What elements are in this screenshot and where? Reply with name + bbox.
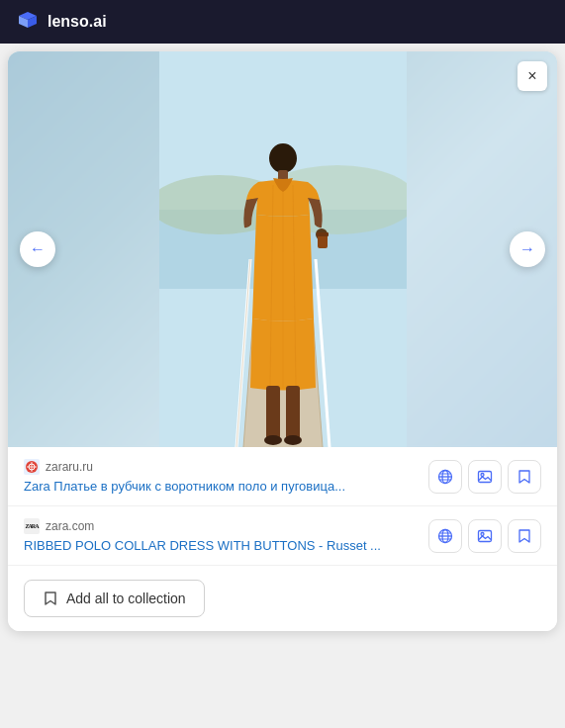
view-image-button[interactable] — [468, 460, 502, 494]
result-title: Zara Платье в рубчик с воротником поло и… — [24, 479, 417, 494]
result-source: zararu.ru — [24, 459, 417, 475]
header: lenso.ai — [0, 0, 565, 44]
result-info: ZARA zara.com RIBBED POLO COLLAR DRESS W… — [24, 518, 417, 553]
svg-rect-14 — [317, 232, 329, 236]
svg-point-21 — [284, 435, 302, 445]
open-website-button-2[interactable] — [428, 519, 462, 553]
svg-rect-22 — [159, 51, 407, 81]
main-panel: × — [8, 51, 557, 631]
logo-icon — [16, 10, 40, 34]
svg-rect-39 — [479, 530, 492, 541]
close-button[interactable]: × — [518, 61, 547, 91]
image-container: ← → — [8, 51, 557, 447]
fashion-image — [159, 51, 407, 447]
image-center — [159, 51, 407, 447]
result-info: zararu.ru Zara Платье в рубчик с воротни… — [24, 459, 417, 494]
svg-rect-32 — [479, 471, 492, 482]
nav-prev-button[interactable]: ← — [20, 231, 55, 267]
add-all-to-collection-button[interactable]: Add all to collection — [24, 580, 205, 617]
save-button-2[interactable] — [508, 519, 541, 553]
result-title: RIBBED POLO COLLAR DRESS WITH BUTTONS - … — [24, 538, 417, 553]
svg-rect-18 — [266, 386, 280, 440]
footer-section: Add all to collection — [8, 566, 557, 631]
add-all-label: Add all to collection — [66, 591, 186, 606]
logo-text: lenso.ai — [47, 13, 107, 31]
svg-point-10 — [269, 143, 297, 173]
svg-rect-13 — [318, 234, 328, 248]
logo-area: lenso.ai — [16, 10, 107, 34]
save-button-1[interactable] — [508, 460, 541, 494]
open-website-button[interactable] — [428, 460, 462, 494]
view-image-button-2[interactable] — [468, 519, 502, 553]
source-favicon — [24, 459, 40, 475]
bookmark-icon — [43, 591, 58, 606]
results-list: zararu.ru Zara Платье в рубчик с воротни… — [8, 447, 557, 566]
svg-point-33 — [481, 473, 484, 476]
result-source: ZARA zara.com — [24, 518, 417, 534]
result-item: zararu.ru Zara Платье в рубчик с воротни… — [8, 447, 557, 506]
nav-next-button[interactable]: → — [510, 231, 545, 267]
source-name: zararu.ru — [46, 460, 93, 474]
source-name: zara.com — [46, 519, 94, 533]
result-actions — [428, 519, 541, 553]
result-item: ZARA zara.com RIBBED POLO COLLAR DRESS W… — [8, 506, 557, 566]
source-favicon: ZARA — [24, 518, 40, 534]
svg-point-20 — [264, 435, 282, 445]
result-actions — [428, 460, 541, 494]
svg-rect-19 — [286, 386, 300, 440]
svg-point-40 — [481, 532, 484, 535]
